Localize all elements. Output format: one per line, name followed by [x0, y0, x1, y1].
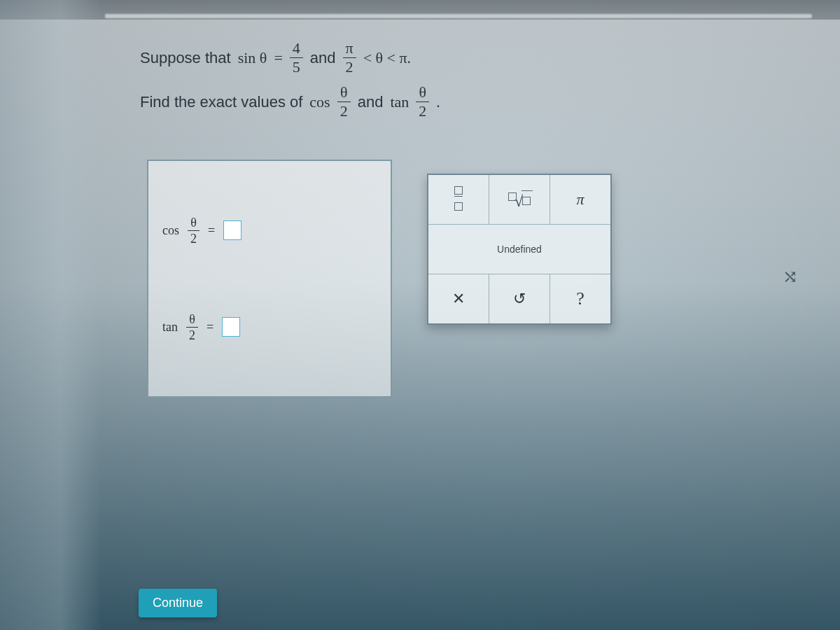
and-text-2: and	[358, 89, 384, 115]
tan-half-angle-fraction: θ 2	[186, 313, 198, 342]
problem-statement: Suppose that sin θ = 4 5 and π 2 < θ < π…	[140, 41, 770, 129]
tan-answer-label: tan	[162, 320, 178, 335]
clear-icon: ✕	[452, 290, 465, 308]
root-icon: √	[506, 190, 533, 209]
help-button[interactable]: ?	[550, 274, 610, 323]
equals-sign: =	[274, 45, 282, 71]
pi-icon: π	[576, 190, 584, 209]
cos-half-angle-fraction: θ 2	[188, 216, 200, 245]
denominator-5: 5	[290, 57, 303, 75]
tan-half-den: 2	[186, 327, 198, 342]
problem-line-1: Suppose that sin θ = 4 5 and π 2 < θ < π…	[140, 41, 770, 75]
numerator-pi: π	[343, 41, 356, 57]
problem-line-2: Find the exact values of cos θ 2 and tan…	[140, 85, 770, 119]
math-keypad: √ π Undefined ✕ ↺ ?	[427, 174, 612, 325]
period: .	[436, 89, 440, 115]
denominator-2a: 2	[343, 57, 356, 75]
cos-label: cos	[309, 89, 330, 115]
numerator-theta-a: θ	[337, 85, 351, 102]
undefined-label: Undefined	[497, 244, 542, 255]
find-text: Find the exact values of	[140, 89, 302, 115]
card-top-edge	[105, 14, 812, 18]
clear-button[interactable]: ✕	[428, 274, 489, 323]
and-text-1: and	[310, 45, 336, 71]
help-icon: ?	[576, 288, 584, 309]
denominator-2b: 2	[337, 102, 351, 119]
left-edge-shadow	[0, 0, 102, 630]
fraction-theta-over-2-b: θ 2	[416, 85, 429, 119]
sin-theta: sin θ	[238, 45, 267, 71]
tan-answer-input[interactable]	[222, 317, 240, 337]
tan-label: tan	[390, 89, 409, 115]
fraction-pi-over-2: π 2	[343, 41, 356, 75]
numerator-theta-b: θ	[416, 85, 430, 102]
undo-icon: ↺	[513, 290, 526, 308]
inequality: < θ < π.	[363, 45, 411, 71]
denominator-2c: 2	[416, 102, 429, 119]
fraction-theta-over-2-a: θ 2	[337, 85, 351, 119]
suppose-text: Suppose that	[140, 45, 231, 71]
cos-answer-row: cos θ 2 =	[162, 216, 377, 245]
undo-button[interactable]: ↺	[489, 274, 550, 323]
pi-button[interactable]: π	[550, 175, 610, 225]
tan-half-num: θ	[186, 313, 198, 327]
cos-half-num: θ	[188, 216, 200, 230]
cos-answer-label: cos	[162, 223, 179, 238]
cos-answer-input[interactable]	[223, 220, 241, 240]
answer-area: cos θ 2 = tan θ 2 =	[147, 160, 392, 398]
fraction-button[interactable]	[428, 175, 489, 225]
numerator-4: 4	[290, 41, 303, 57]
continue-label: Continue	[153, 596, 203, 610]
tan-answer-row: tan θ 2 =	[162, 313, 377, 342]
undefined-button[interactable]: Undefined	[428, 225, 610, 274]
fraction-icon	[454, 186, 463, 214]
continue-button[interactable]: Continue	[139, 589, 217, 617]
cos-equals: =	[208, 223, 215, 238]
problem-card: Suppose that sin θ = 4 5 and π 2 < θ < π…	[105, 20, 812, 630]
cos-half-den: 2	[188, 230, 200, 245]
fraction-4-over-5: 4 5	[290, 41, 303, 75]
tan-equals: =	[206, 320, 214, 335]
nth-root-button[interactable]: √	[489, 175, 550, 225]
